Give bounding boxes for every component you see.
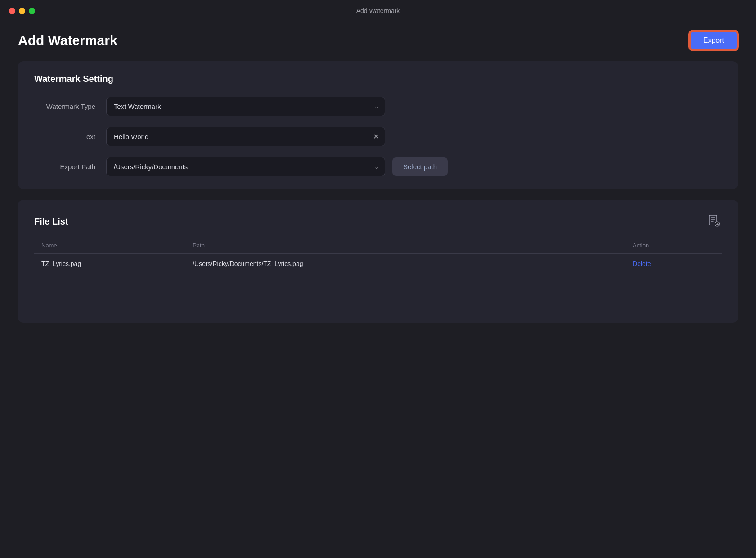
text-row: Text ✕ [34, 127, 722, 146]
text-label: Text [34, 133, 106, 140]
minimize-button[interactable] [19, 8, 25, 14]
clear-text-button[interactable]: ✕ [373, 133, 379, 140]
traffic-lights [9, 8, 35, 14]
watermark-type-label: Watermark Type [34, 103, 106, 110]
export-path-row: Export Path /Users/Ricky/Documents ⌄ Sel… [34, 157, 722, 176]
add-file-icon [708, 214, 720, 227]
file-name-cell: TZ_Lyrics.pag [34, 254, 185, 274]
title-bar: Add Watermark [0, 0, 756, 22]
export-path-select-wrapper: /Users/Ricky/Documents ⌄ [106, 157, 385, 176]
empty-cell [34, 274, 722, 310]
page-header: Add Watermark Export [18, 31, 738, 50]
watermark-type-select[interactable]: Text Watermark Image Watermark [106, 97, 385, 116]
file-list-header: File List [34, 212, 722, 230]
empty-table-row [34, 274, 722, 310]
table-header-row: Name Path Action [34, 238, 722, 254]
column-header-action: Action [626, 238, 722, 254]
file-table: Name Path Action TZ_Lyrics.pag /Users/Ri… [34, 238, 722, 310]
column-header-name: Name [34, 238, 185, 254]
watermark-type-select-wrapper: Text Watermark Image Watermark ⌄ [106, 97, 385, 116]
text-input[interactable] [106, 127, 385, 146]
file-name: TZ_Lyrics.pag [41, 260, 81, 267]
delete-button[interactable]: Delete [633, 260, 651, 267]
watermark-settings-card: Watermark Setting Watermark Type Text Wa… [18, 61, 738, 189]
file-path: /Users/Ricky/Documents/TZ_Lyrics.pag [193, 260, 303, 267]
close-button[interactable] [9, 8, 15, 14]
page-title: Add Watermark [18, 33, 117, 48]
file-list-card: File List Name Path Action [18, 200, 738, 323]
file-list-title: File List [34, 216, 68, 227]
export-path-select[interactable]: /Users/Ricky/Documents [106, 157, 385, 176]
select-path-button[interactable]: Select path [392, 158, 448, 176]
export-button[interactable]: Export [689, 31, 738, 50]
table-row: TZ_Lyrics.pag /Users/Ricky/Documents/TZ_… [34, 254, 722, 274]
file-path-cell: /Users/Ricky/Documents/TZ_Lyrics.pag [185, 254, 626, 274]
maximize-button[interactable] [29, 8, 35, 14]
text-input-wrapper: ✕ [106, 127, 385, 146]
add-file-button[interactable] [706, 212, 722, 230]
main-container: Add Watermark Export Watermark Setting W… [0, 22, 756, 351]
file-action-cell: Delete [626, 254, 722, 274]
window-title: Add Watermark [356, 7, 400, 14]
column-header-path: Path [185, 238, 626, 254]
watermark-settings-title: Watermark Setting [34, 74, 722, 84]
export-path-label: Export Path [34, 163, 106, 171]
watermark-type-row: Watermark Type Text Watermark Image Wate… [34, 97, 722, 116]
